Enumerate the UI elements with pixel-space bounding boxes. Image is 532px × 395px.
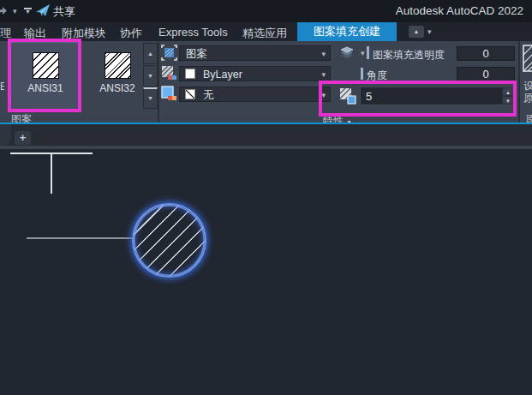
annotation-box-ansi31 bbox=[8, 39, 81, 112]
ribbon-collapse-caret-icon[interactable]: ▾ bbox=[427, 27, 432, 36]
redo-icon[interactable] bbox=[0, 6, 8, 15]
none-swatch-icon bbox=[185, 89, 195, 99]
customize-caret: ▼ bbox=[24, 9, 32, 15]
color-swatch-icon bbox=[185, 69, 195, 79]
hatch-color-icon bbox=[161, 65, 177, 81]
chevron-down-icon: ▾ bbox=[321, 68, 326, 81]
drawing-line-horizontal-mid[interactable] bbox=[27, 237, 134, 239]
panel-separator bbox=[158, 41, 159, 123]
redo-dropdown-icon[interactable]: ▾ bbox=[13, 7, 17, 15]
tab-collaborate[interactable]: 协作 bbox=[120, 26, 142, 41]
title-bar: ▾ ▼ 共享 Autodesk AutoCAD 2022 bbox=[0, 0, 532, 22]
tab-express-tools[interactable]: Express Tools bbox=[158, 26, 228, 39]
tab-featured-apps[interactable]: 精选应用 bbox=[242, 26, 287, 41]
gallery-expand-button[interactable]: ▼ bbox=[143, 87, 158, 109]
hatch-color-dropdown[interactable]: ByLayer ▾ bbox=[179, 66, 331, 81]
autocad-window: ▾ ▼ 共享 Autodesk AutoCAD 2022 理 输出 附加模块 协… bbox=[0, 0, 532, 395]
transparency-slider[interactable] bbox=[367, 46, 369, 59]
file-tab-bar: + bbox=[0, 124, 532, 146]
gallery-item-ansi32[interactable]: ANSI32 bbox=[83, 43, 152, 110]
transparency-dropdown-icon[interactable]: ▾ bbox=[361, 49, 365, 57]
gallery-item-label: ANSI32 bbox=[99, 82, 134, 94]
hatched-circle-selected[interactable] bbox=[132, 203, 206, 278]
hatch-type-value: 图案 bbox=[186, 47, 207, 61]
drawing-area[interactable] bbox=[0, 149, 532, 395]
hatch-type-icon bbox=[161, 45, 177, 61]
hatch-color-value: ByLayer bbox=[203, 68, 242, 81]
gallery-scroll-up-button[interactable]: ▲ bbox=[143, 43, 158, 64]
background-color-dropdown[interactable]: 无 ▾ bbox=[179, 87, 331, 102]
chevron-down-icon: ▾ bbox=[321, 47, 326, 61]
share-button[interactable]: 共享 bbox=[53, 4, 75, 20]
panel-separator bbox=[518, 41, 520, 123]
tab-hatch-creation-active[interactable]: 图案填充创建 bbox=[297, 22, 397, 41]
new-drawing-tab-button[interactable]: + bbox=[15, 131, 31, 145]
angle-slider[interactable] bbox=[361, 68, 363, 80]
file-tab-partial[interactable] bbox=[0, 124, 11, 146]
set-origin-icon[interactable] bbox=[523, 45, 532, 75]
window-title: Autodesk AutoCAD 2022 bbox=[396, 4, 523, 17]
tab-hatch-creation-label: 图案填充创建 bbox=[314, 25, 380, 38]
background-value: 无 bbox=[203, 88, 214, 102]
background-color-icon bbox=[161, 86, 177, 102]
annotation-box-scale-input bbox=[319, 81, 517, 117]
share-paper-plane-icon[interactable] bbox=[36, 4, 51, 17]
gallery-scroll-down-button[interactable]: ▼ bbox=[143, 65, 158, 87]
customize-qat-icon[interactable]: ▼ bbox=[24, 8, 32, 15]
transparency-label: 图案填充透明度 bbox=[373, 48, 445, 63]
transparency-value-field[interactable]: 0 bbox=[457, 46, 515, 61]
origin-button-clipped-text: 原 bbox=[523, 91, 532, 105]
angle-value-field[interactable]: 0 bbox=[457, 67, 515, 81]
ribbon-collapse-button[interactable]: ▲ bbox=[409, 26, 424, 38]
gallery-item-clipped-label: E bbox=[0, 81, 4, 93]
hatch-type-dropdown[interactable]: 图案 ▾ bbox=[179, 45, 331, 61]
ansi32-swatch-icon bbox=[105, 52, 131, 79]
drawing-line-vertical[interactable] bbox=[51, 153, 52, 194]
transparency-layers-icon bbox=[339, 45, 359, 61]
